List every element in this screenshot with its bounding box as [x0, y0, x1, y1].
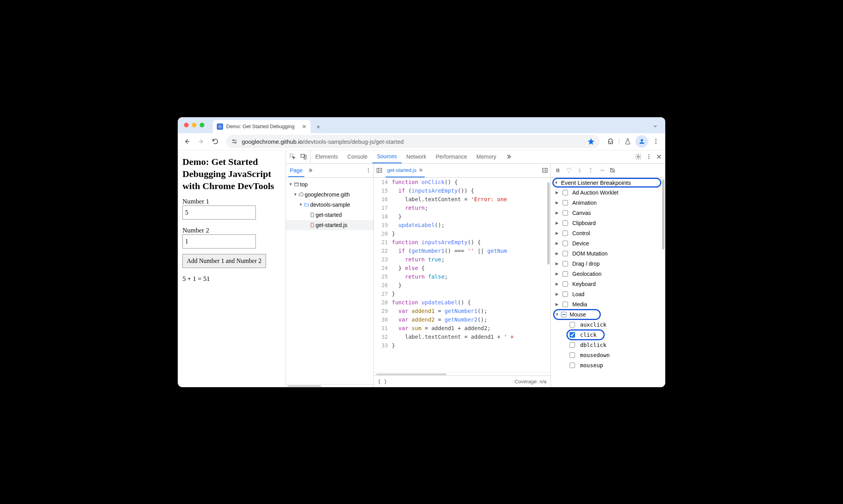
category-checkbox[interactable]: [563, 261, 568, 266]
add-button[interactable]: Add Number 1 and Number 2: [182, 254, 266, 268]
event-row-dblclick[interactable]: dblclick: [551, 340, 665, 350]
category-mouse[interactable]: ▼ Mouse: [551, 309, 665, 320]
step-into-button[interactable]: [577, 167, 583, 173]
debugger-scrollbar[interactable]: [662, 179, 664, 250]
code-line[interactable]: 24 } else {: [374, 264, 550, 272]
number2-input[interactable]: 1: [182, 234, 256, 248]
browser-tab[interactable]: Demo: Get Started Debugging ✕: [213, 120, 311, 133]
event-row-mousedown[interactable]: mousedown: [551, 350, 665, 360]
category-checkbox[interactable]: [563, 241, 568, 246]
editor-scrollbar[interactable]: [547, 182, 550, 265]
code-line[interactable]: 31 var sum = addend1 + addend2;: [374, 324, 550, 332]
back-button[interactable]: [181, 135, 193, 148]
reload-button[interactable]: [209, 135, 221, 148]
category-row[interactable]: ▶Geolocation: [551, 269, 665, 279]
category-checkbox[interactable]: [563, 220, 568, 226]
category-row[interactable]: ▶Drag / drop: [551, 259, 665, 269]
minimize-window-button[interactable]: [192, 123, 196, 127]
line-number[interactable]: 31: [374, 324, 392, 332]
category-checkbox[interactable]: [563, 281, 568, 287]
profile-button[interactable]: [636, 135, 648, 148]
editor-hscroll[interactable]: [374, 372, 550, 375]
code-line[interactable]: 16 label.textContent = 'Error: one: [374, 195, 550, 204]
category-checkbox[interactable]: [563, 271, 568, 277]
event-row-auxclick[interactable]: auxclick: [551, 320, 665, 330]
toggle-debugger-icon[interactable]: [542, 167, 548, 173]
devtools-tab-console[interactable]: Console: [343, 150, 372, 163]
event-checkbox[interactable]: [570, 363, 575, 368]
event-checkbox[interactable]: [570, 322, 575, 327]
tree-folder[interactable]: ▼ devtools-sample: [286, 200, 373, 210]
step-button[interactable]: [598, 167, 605, 173]
bookmark-star-icon[interactable]: [587, 138, 595, 145]
number1-input[interactable]: 5: [182, 206, 256, 220]
code-line[interactable]: 20}: [374, 229, 550, 238]
event-checkbox[interactable]: [570, 352, 575, 358]
line-number[interactable]: 16: [374, 195, 392, 204]
address-bar[interactable]: googlechrome.github.io/devtools-samples/…: [226, 135, 600, 148]
deactivate-breakpoints-button[interactable]: [609, 167, 616, 173]
category-row[interactable]: ▶Clipboard: [551, 218, 665, 228]
event-row-click[interactable]: click: [551, 330, 665, 340]
labs-button[interactable]: [622, 135, 634, 148]
inspect-element-icon[interactable]: [289, 153, 296, 160]
navigator-subtab-page[interactable]: Page: [288, 164, 304, 177]
line-number[interactable]: 17: [374, 204, 392, 212]
category-checkbox[interactable]: [563, 210, 568, 216]
editor-tab-close-icon[interactable]: ✕: [419, 167, 423, 173]
step-out-button[interactable]: [588, 167, 594, 173]
category-row[interactable]: ▶Device: [551, 238, 665, 248]
checkbox-indeterminate-icon[interactable]: [561, 312, 566, 317]
code-line[interactable]: 29 var addend1 = getNumber1();: [374, 307, 550, 315]
event-checkbox[interactable]: [570, 332, 575, 338]
category-row[interactable]: ▶Media: [551, 299, 665, 309]
pause-button[interactable]: [555, 167, 561, 173]
editor-tab[interactable]: get-started.js ✕: [386, 164, 425, 177]
line-number[interactable]: 30: [374, 315, 392, 324]
category-row[interactable]: ▶Control: [551, 228, 665, 238]
devtools-tab-network[interactable]: Network: [402, 150, 431, 163]
line-number[interactable]: 27: [374, 290, 392, 298]
category-row[interactable]: ▶Canvas: [551, 208, 665, 218]
line-number[interactable]: 21: [374, 238, 392, 247]
event-row-mouseup[interactable]: mouseup: [551, 360, 665, 370]
line-number[interactable]: 14: [374, 178, 392, 186]
new-tab-button[interactable]: ＋: [313, 121, 324, 132]
code-line[interactable]: 30 var addend2 = getNumber2();: [374, 315, 550, 324]
forward-button[interactable]: [195, 135, 207, 148]
code-line[interactable]: 28function updateLabel() {: [374, 298, 550, 307]
devtools-tab-sources[interactable]: Sources: [372, 150, 402, 163]
line-number[interactable]: 26: [374, 281, 392, 290]
maximize-window-button[interactable]: [200, 123, 204, 127]
devtools-tab-memory[interactable]: Memory: [472, 150, 501, 163]
navigator-more-subtabs[interactable]: [307, 168, 313, 173]
category-row[interactable]: ▶DOM Mutation: [551, 248, 665, 259]
code-line[interactable]: 18 }: [374, 212, 550, 221]
toggle-navigator-icon[interactable]: [376, 167, 382, 173]
category-checkbox[interactable]: [563, 200, 568, 206]
code-line[interactable]: 14function onClick() {: [374, 178, 550, 186]
line-number[interactable]: 23: [374, 255, 392, 264]
line-number[interactable]: 33: [374, 341, 392, 350]
line-number[interactable]: 32: [374, 332, 392, 341]
tab-close-icon[interactable]: ✕: [302, 123, 307, 130]
line-number[interactable]: 28: [374, 298, 392, 307]
event-listener-breakpoints-section[interactable]: ▼ Event Listener Breakpoints: [551, 178, 665, 188]
code-line[interactable]: 33}: [374, 341, 550, 350]
code-line[interactable]: 22 if (getNumber1() === '' || getNum: [374, 247, 550, 255]
navigator-hscroll[interactable]: [286, 384, 373, 387]
navigator-menu-icon[interactable]: [366, 168, 371, 173]
pretty-print-icon[interactable]: { }: [378, 379, 387, 384]
code-viewport[interactable]: 14function onClick() {15 if (inputsAreEm…: [374, 178, 550, 372]
tree-domain[interactable]: ▼ googlechrome.gith: [286, 189, 373, 200]
category-row[interactable]: ▶Keyboard: [551, 279, 665, 289]
category-checkbox[interactable]: [563, 302, 568, 307]
category-checkbox[interactable]: [563, 251, 568, 256]
line-number[interactable]: 24: [374, 264, 392, 272]
line-number[interactable]: 20: [374, 229, 392, 238]
file-tree[interactable]: ▼ top ▼ googlechrome.gith ▼ devtools-sam…: [286, 178, 373, 384]
tab-search-button[interactable]: [650, 122, 660, 131]
extensions-button[interactable]: [604, 135, 617, 148]
code-line[interactable]: 27}: [374, 290, 550, 298]
code-line[interactable]: 25 return false;: [374, 272, 550, 281]
